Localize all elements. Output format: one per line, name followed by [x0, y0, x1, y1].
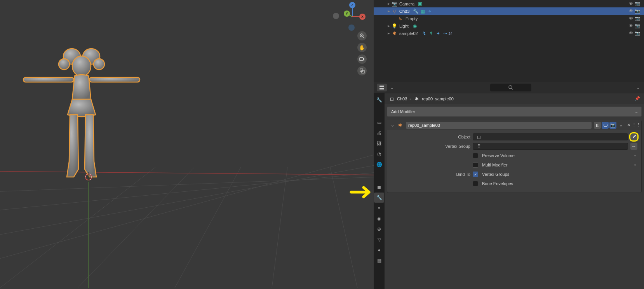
mode-edit-icon[interactable]: ◧ [594, 122, 601, 129]
options-chevron[interactable]: ⌄ [635, 84, 641, 91]
tab-particles[interactable]: ✴ [374, 203, 384, 213]
outliner[interactable]: ▸ 📷 Camera ▣ 👁 📷 ▸ ▽ Ch03 🔧 ▦ ⌖ 👁 📷 [374, 0, 644, 82]
visibility-icon[interactable]: 👁 [629, 16, 633, 21]
render-icon[interactable]: 📷 [635, 1, 640, 6]
viewport-3d[interactable]: Z Y X ✋ [0, 0, 374, 289]
editor-type-selector[interactable] [377, 84, 387, 91]
gizmo-axis-neg[interactable] [333, 13, 339, 19]
breadcrumb-modifier[interactable]: ✱ rep00_sample00 [413, 96, 454, 102]
preserve-volume-checkbox[interactable] [473, 153, 478, 158]
tab-scene[interactable]: ◔ [374, 149, 384, 159]
visibility-icon[interactable]: 👁 [629, 23, 633, 28]
chevron-right-icon: › [409, 96, 411, 101]
vertex-groups-checkbox[interactable]: ✓ [473, 172, 478, 177]
bind-to-label: Bind To [391, 172, 470, 177]
camera-icon: 📷 [391, 1, 397, 7]
mesh-data-icon: ▦ [419, 8, 426, 14]
tab-modifier[interactable]: 🔧 [374, 193, 384, 203]
empty-icon: ↳ [397, 16, 404, 22]
add-modifier-button[interactable]: Add Modifier [387, 107, 642, 117]
properties-search[interactable] [490, 84, 531, 91]
tab-tool[interactable]: 🔧 [374, 95, 384, 105]
vertex-group-row: Vertex Group ⠿ ↔ [391, 142, 637, 151]
tab-output[interactable]: 🖨 [374, 128, 384, 138]
drag-handle-icon[interactable]: ⋮⋮ [633, 122, 640, 129]
breadcrumb-modifier-label: rep00_sample00 [422, 96, 454, 101]
mode-realtime-icon[interactable]: 🖵 [602, 122, 609, 129]
svg-rect-32 [379, 86, 384, 87]
camera-view-button[interactable] [357, 54, 367, 64]
preserve-volume-row: Preserve Volume [391, 151, 637, 160]
ortho-toggle-button[interactable] [357, 66, 367, 75]
modifier-name-field[interactable]: rep00_sample00 [406, 122, 592, 129]
expand-icon[interactable]: ▸ [387, 23, 391, 28]
object-picker-icon: ◻ [476, 134, 482, 140]
object-field[interactable]: ◻ [473, 133, 628, 140]
tab-object[interactable]: ◼ [374, 182, 384, 192]
properties-main: ◻ Ch03 › ✱ rep00_sample00 📌 Add Modifier… [385, 93, 644, 289]
render-icon[interactable]: 📷 [635, 16, 640, 21]
anim-dot-icon[interactable] [634, 164, 636, 166]
bone-envelopes-checkbox[interactable] [473, 181, 478, 186]
anim-dot-icon[interactable] [634, 155, 636, 156]
character-mesh[interactable] [19, 45, 144, 185]
tab-world[interactable]: 🌐 [374, 159, 384, 170]
outliner-row-sample02[interactable]: ▸ ✱ sample02 ↯ ⇞ ✦ ⤳ 24 👁 📷 [374, 30, 644, 37]
outliner-row-camera[interactable]: ▸ 📷 Camera ▣ 👁 📷 [374, 0, 644, 7]
svg-point-36 [635, 135, 636, 136]
pan-button[interactable]: ✋ [357, 43, 367, 52]
svg-line-4 [0, 167, 155, 288]
breadcrumb-object-label: Ch03 [397, 96, 407, 101]
expand-icon[interactable]: ▸ [387, 9, 391, 14]
invert-button[interactable]: ↔ [630, 143, 637, 150]
zoom-button[interactable] [357, 31, 367, 40]
svg-rect-17 [89, 77, 140, 82]
properties-header: ⌄ ⌄ [374, 82, 644, 93]
nav-gizmo[interactable]: Z Y X [337, 2, 368, 33]
extras-chevron-icon[interactable]: ⌄ [617, 122, 624, 129]
outliner-row-ch03[interactable]: ▸ ▽ Ch03 🔧 ▦ ⌖ 👁 📷 [374, 7, 644, 15]
tab-texture[interactable]: ▦ [374, 256, 384, 266]
vertex-group-field[interactable]: ⠿ [473, 143, 628, 150]
expand-icon[interactable]: ▸ [387, 31, 391, 36]
breadcrumb-object[interactable]: ◻ Ch03 [388, 96, 407, 102]
visibility-icon[interactable]: 👁 [629, 1, 633, 6]
gizmo-axis-x[interactable]: X [359, 14, 366, 20]
gizmo-axis-z[interactable]: Z [349, 2, 355, 8]
eyedropper-button[interactable] [630, 133, 637, 140]
gizmo-axis-y[interactable]: Y [344, 11, 350, 17]
bone-icon: ✦ [435, 30, 441, 37]
light-data-icon: ◉ [412, 23, 418, 29]
render-icon[interactable]: 📷 [635, 9, 640, 14]
tab-constraints[interactable]: ⊚ [374, 224, 384, 234]
outliner-row-light[interactable]: ▸ 💡 Light ◉ 👁 📷 [374, 22, 644, 30]
render-icon[interactable]: 📷 [635, 23, 640, 28]
mode-render-icon[interactable]: 📷 [609, 122, 616, 129]
close-icon[interactable]: ✕ [625, 122, 632, 129]
pin-icon[interactable]: 📌 [635, 96, 640, 101]
wrench-icon: 🔧 [413, 8, 419, 14]
tab-render[interactable]: ▭ [374, 117, 384, 128]
visibility-icon[interactable]: 👁 [629, 31, 633, 36]
chevron-down-icon[interactable]: ⌄ [390, 85, 394, 90]
breadcrumb: ◻ Ch03 › ✱ rep00_sample00 📌 [385, 93, 644, 104]
collapse-icon[interactable]: ⌄ [389, 122, 396, 129]
multi-modifier-checkbox[interactable] [473, 162, 478, 168]
bone-envelopes-label: Bone Envelopes [482, 181, 513, 186]
pose-icon: ↯ [421, 30, 427, 37]
outliner-row-empty[interactable]: ↳ Empty 👁 📷 [374, 15, 644, 22]
outliner-label: sample02 [399, 31, 418, 36]
expand-icon[interactable]: ▸ [387, 1, 391, 6]
visibility-icon[interactable]: 👁 [629, 9, 633, 14]
camera-data-icon: ▣ [417, 1, 423, 7]
svg-rect-16 [23, 77, 74, 82]
tab-material[interactable]: ● [374, 245, 384, 255]
tab-physics[interactable]: ◉ [374, 214, 384, 224]
render-icon[interactable]: 📷 [635, 31, 640, 36]
tab-data[interactable]: ▽ [374, 235, 384, 245]
tab-viewlayer[interactable]: 🖼 [374, 138, 384, 149]
bone-count: 24 [449, 32, 453, 35]
modifier-body: Object ◻ Vertex Group ⠿ [387, 130, 641, 193]
svg-line-5 [78, 167, 194, 288]
gizmo-axis-neg-z[interactable] [348, 25, 355, 31]
